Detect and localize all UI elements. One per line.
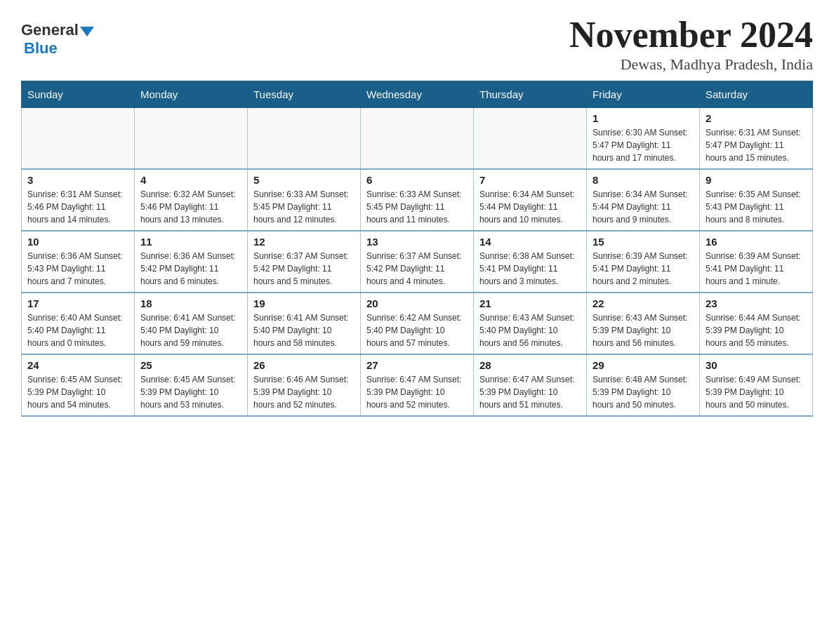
calendar-cell: [22, 108, 135, 170]
calendar-cell: 11Sunrise: 6:36 AM Sunset: 5:42 PM Dayli…: [135, 231, 248, 293]
day-info: Sunrise: 6:37 AM Sunset: 5:42 PM Dayligh…: [366, 250, 468, 288]
day-info: Sunrise: 6:37 AM Sunset: 5:42 PM Dayligh…: [253, 250, 355, 288]
day-number: 21: [479, 297, 581, 309]
day-info: Sunrise: 6:46 AM Sunset: 5:39 PM Dayligh…: [253, 373, 355, 411]
day-number: 12: [253, 236, 355, 248]
calendar-cell: 6Sunrise: 6:33 AM Sunset: 5:45 PM Daylig…: [361, 169, 474, 231]
day-header-saturday: Saturday: [700, 81, 813, 108]
calendar-cell: 22Sunrise: 6:43 AM Sunset: 5:39 PM Dayli…: [587, 293, 700, 354]
day-number: 22: [593, 297, 694, 309]
calendar-cell: 15Sunrise: 6:39 AM Sunset: 5:41 PM Dayli…: [587, 231, 700, 293]
calendar-cell: [474, 108, 587, 170]
day-header-monday: Monday: [135, 81, 248, 108]
title-block: November 2024 Dewas, Madhya Pradesh, Ind…: [569, 14, 813, 74]
day-number: 7: [479, 174, 581, 186]
day-info: Sunrise: 6:45 AM Sunset: 5:39 PM Dayligh…: [140, 373, 241, 411]
day-info: Sunrise: 6:36 AM Sunset: 5:43 PM Dayligh…: [27, 250, 128, 288]
day-number: 10: [27, 236, 128, 248]
day-number: 8: [593, 174, 694, 186]
week-row-2: 3Sunrise: 6:31 AM Sunset: 5:46 PM Daylig…: [22, 169, 813, 231]
day-info: Sunrise: 6:39 AM Sunset: 5:41 PM Dayligh…: [706, 250, 807, 288]
calendar-cell: [135, 108, 248, 170]
day-number: 3: [27, 174, 128, 186]
day-info: Sunrise: 6:44 AM Sunset: 5:39 PM Dayligh…: [706, 311, 807, 349]
page-subtitle: Dewas, Madhya Pradesh, India: [569, 55, 813, 74]
day-number: 9: [706, 174, 807, 186]
calendar-cell: 20Sunrise: 6:42 AM Sunset: 5:40 PM Dayli…: [361, 293, 474, 354]
day-header-friday: Friday: [587, 81, 700, 108]
calendar-cell: 5Sunrise: 6:33 AM Sunset: 5:45 PM Daylig…: [248, 169, 361, 231]
day-info: Sunrise: 6:31 AM Sunset: 5:46 PM Dayligh…: [27, 188, 128, 226]
calendar-cell: 10Sunrise: 6:36 AM Sunset: 5:43 PM Dayli…: [22, 231, 135, 293]
day-info: Sunrise: 6:35 AM Sunset: 5:43 PM Dayligh…: [706, 188, 807, 226]
calendar-cell: 16Sunrise: 6:39 AM Sunset: 5:41 PM Dayli…: [700, 231, 813, 293]
day-number: 18: [140, 297, 241, 309]
calendar-cell: 19Sunrise: 6:41 AM Sunset: 5:40 PM Dayli…: [248, 293, 361, 354]
day-info: Sunrise: 6:45 AM Sunset: 5:39 PM Dayligh…: [27, 373, 128, 411]
calendar-cell: 28Sunrise: 6:47 AM Sunset: 5:39 PM Dayli…: [474, 354, 587, 416]
day-header-sunday: Sunday: [22, 81, 135, 108]
logo: General Blue: [21, 21, 94, 58]
day-info: Sunrise: 6:41 AM Sunset: 5:40 PM Dayligh…: [253, 311, 355, 349]
week-row-5: 24Sunrise: 6:45 AM Sunset: 5:39 PM Dayli…: [22, 354, 813, 416]
calendar-table: SundayMondayTuesdayWednesdayThursdayFrid…: [21, 81, 813, 417]
day-info: Sunrise: 6:33 AM Sunset: 5:45 PM Dayligh…: [253, 188, 355, 226]
calendar-cell: 14Sunrise: 6:38 AM Sunset: 5:41 PM Dayli…: [474, 231, 587, 293]
day-info: Sunrise: 6:39 AM Sunset: 5:41 PM Dayligh…: [593, 250, 694, 288]
day-number: 2: [706, 112, 807, 124]
calendar-cell: 1Sunrise: 6:30 AM Sunset: 5:47 PM Daylig…: [587, 108, 700, 170]
logo-text: General: [21, 21, 94, 39]
day-info: Sunrise: 6:41 AM Sunset: 5:40 PM Dayligh…: [140, 311, 241, 349]
calendar-cell: 8Sunrise: 6:34 AM Sunset: 5:44 PM Daylig…: [587, 169, 700, 231]
day-number: 25: [140, 359, 241, 371]
day-number: 1: [593, 112, 694, 124]
day-number: 27: [366, 359, 468, 371]
calendar-cell: 12Sunrise: 6:37 AM Sunset: 5:42 PM Dayli…: [248, 231, 361, 293]
calendar-cell: 25Sunrise: 6:45 AM Sunset: 5:39 PM Dayli…: [135, 354, 248, 416]
day-info: Sunrise: 6:43 AM Sunset: 5:39 PM Dayligh…: [593, 311, 694, 349]
day-info: Sunrise: 6:31 AM Sunset: 5:47 PM Dayligh…: [706, 126, 807, 164]
day-info: Sunrise: 6:30 AM Sunset: 5:47 PM Dayligh…: [593, 126, 694, 164]
calendar-cell: 29Sunrise: 6:48 AM Sunset: 5:39 PM Dayli…: [587, 354, 700, 416]
calendar-cell: 4Sunrise: 6:32 AM Sunset: 5:46 PM Daylig…: [135, 169, 248, 231]
page-header: General Blue November 2024 Dewas, Madhya…: [21, 14, 813, 74]
calendar-body: 1Sunrise: 6:30 AM Sunset: 5:47 PM Daylig…: [22, 108, 813, 417]
day-number: 30: [706, 359, 807, 371]
day-header-tuesday: Tuesday: [248, 81, 361, 108]
day-info: Sunrise: 6:36 AM Sunset: 5:42 PM Dayligh…: [140, 250, 241, 288]
day-info: Sunrise: 6:38 AM Sunset: 5:41 PM Dayligh…: [479, 250, 581, 288]
day-number: 26: [253, 359, 355, 371]
logo-triangle-icon: [80, 27, 94, 36]
day-number: 28: [479, 359, 581, 371]
day-number: 5: [253, 174, 355, 186]
day-number: 24: [27, 359, 128, 371]
day-number: 17: [27, 297, 128, 309]
day-info: Sunrise: 6:47 AM Sunset: 5:39 PM Dayligh…: [479, 373, 581, 411]
logo-blue: Blue: [24, 39, 58, 57]
day-info: Sunrise: 6:34 AM Sunset: 5:44 PM Dayligh…: [479, 188, 581, 226]
day-info: Sunrise: 6:32 AM Sunset: 5:46 PM Dayligh…: [140, 188, 241, 226]
day-number: 15: [593, 236, 694, 248]
calendar-cell: 26Sunrise: 6:46 AM Sunset: 5:39 PM Dayli…: [248, 354, 361, 416]
calendar-cell: 27Sunrise: 6:47 AM Sunset: 5:39 PM Dayli…: [361, 354, 474, 416]
day-number: 16: [706, 236, 807, 248]
calendar-cell: 23Sunrise: 6:44 AM Sunset: 5:39 PM Dayli…: [700, 293, 813, 354]
calendar-cell: 13Sunrise: 6:37 AM Sunset: 5:42 PM Dayli…: [361, 231, 474, 293]
calendar-cell: 7Sunrise: 6:34 AM Sunset: 5:44 PM Daylig…: [474, 169, 587, 231]
day-info: Sunrise: 6:42 AM Sunset: 5:40 PM Dayligh…: [366, 311, 468, 349]
day-info: Sunrise: 6:40 AM Sunset: 5:40 PM Dayligh…: [27, 311, 128, 349]
day-info: Sunrise: 6:48 AM Sunset: 5:39 PM Dayligh…: [593, 373, 694, 411]
day-info: Sunrise: 6:34 AM Sunset: 5:44 PM Dayligh…: [593, 188, 694, 226]
calendar-cell: 24Sunrise: 6:45 AM Sunset: 5:39 PM Dayli…: [22, 354, 135, 416]
calendar-cell: 2Sunrise: 6:31 AM Sunset: 5:47 PM Daylig…: [700, 108, 813, 170]
week-row-3: 10Sunrise: 6:36 AM Sunset: 5:43 PM Dayli…: [22, 231, 813, 293]
week-row-4: 17Sunrise: 6:40 AM Sunset: 5:40 PM Dayli…: [22, 293, 813, 354]
calendar-cell: [361, 108, 474, 170]
calendar-cell: 18Sunrise: 6:41 AM Sunset: 5:40 PM Dayli…: [135, 293, 248, 354]
day-number: 14: [479, 236, 581, 248]
calendar-cell: 3Sunrise: 6:31 AM Sunset: 5:46 PM Daylig…: [22, 169, 135, 231]
calendar-header: SundayMondayTuesdayWednesdayThursdayFrid…: [22, 81, 813, 108]
day-info: Sunrise: 6:47 AM Sunset: 5:39 PM Dayligh…: [366, 373, 468, 411]
logo-general: General: [21, 21, 79, 39]
day-number: 20: [366, 297, 468, 309]
